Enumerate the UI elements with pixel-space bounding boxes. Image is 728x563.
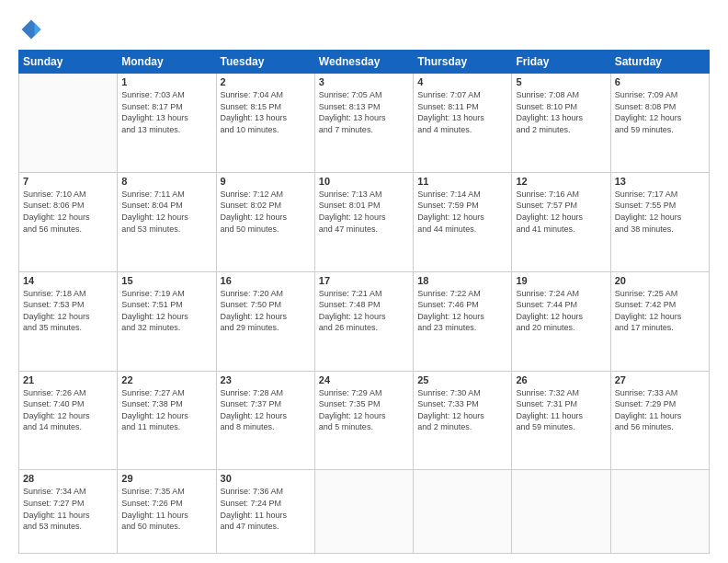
logo-icon xyxy=(18,17,44,42)
day-number: 30 xyxy=(221,473,311,484)
day-cell: 28Sunrise: 7:34 AMSunset: 7:27 PMDayligh… xyxy=(19,470,118,554)
day-info: Sunrise: 7:18 AMSunset: 7:53 PMDaylight:… xyxy=(23,288,113,334)
header-row: SundayMondayTuesdayWednesdayThursdayFrid… xyxy=(19,51,710,74)
day-cell: 14Sunrise: 7:18 AMSunset: 7:53 PMDayligh… xyxy=(19,271,118,371)
day-cell: 13Sunrise: 7:17 AMSunset: 7:55 PMDayligh… xyxy=(610,172,709,271)
day-info: Sunrise: 7:32 AMSunset: 7:31 PMDaylight:… xyxy=(516,387,606,433)
day-cell: 29Sunrise: 7:35 AMSunset: 7:26 PMDayligh… xyxy=(118,470,216,554)
day-info: Sunrise: 7:17 AMSunset: 7:55 PMDaylight:… xyxy=(615,189,705,235)
day-info: Sunrise: 7:28 AMSunset: 7:37 PMDaylight:… xyxy=(221,387,311,433)
week-row-3: 21Sunrise: 7:26 AMSunset: 7:40 PMDayligh… xyxy=(19,371,710,470)
day-number: 8 xyxy=(121,176,211,187)
day-cell: 20Sunrise: 7:25 AMSunset: 7:42 PMDayligh… xyxy=(610,271,709,371)
day-cell xyxy=(19,74,118,173)
day-info: Sunrise: 7:04 AMSunset: 8:15 PMDaylight:… xyxy=(221,89,311,135)
day-number: 28 xyxy=(23,473,113,484)
day-number: 6 xyxy=(615,76,705,87)
calendar-table: SundayMondayTuesdayWednesdayThursdayFrid… xyxy=(18,50,710,554)
day-cell: 4Sunrise: 7:07 AMSunset: 8:11 PMDaylight… xyxy=(414,74,512,173)
logo xyxy=(18,17,48,42)
header-cell-saturday: Saturday xyxy=(610,51,709,74)
day-number: 10 xyxy=(319,176,409,187)
header-cell-tuesday: Tuesday xyxy=(216,51,314,74)
day-cell: 15Sunrise: 7:19 AMSunset: 7:51 PMDayligh… xyxy=(118,271,216,371)
day-cell: 19Sunrise: 7:24 AMSunset: 7:44 PMDayligh… xyxy=(512,271,610,371)
day-number: 29 xyxy=(121,473,211,484)
week-row-0: 1Sunrise: 7:03 AMSunset: 8:17 PMDaylight… xyxy=(19,74,710,173)
day-cell: 27Sunrise: 7:33 AMSunset: 7:29 PMDayligh… xyxy=(610,371,709,470)
header-cell-sunday: Sunday xyxy=(19,51,118,74)
day-number: 16 xyxy=(221,275,311,286)
calendar-header: SundayMondayTuesdayWednesdayThursdayFrid… xyxy=(19,51,710,74)
day-info: Sunrise: 7:13 AMSunset: 8:01 PMDaylight:… xyxy=(319,189,409,235)
day-number: 24 xyxy=(319,374,409,385)
day-number: 13 xyxy=(615,176,705,187)
day-info: Sunrise: 7:16 AMSunset: 7:57 PMDaylight:… xyxy=(516,189,606,235)
day-info: Sunrise: 7:05 AMSunset: 8:13 PMDaylight:… xyxy=(319,89,409,135)
day-cell xyxy=(414,470,512,554)
page: SundayMondayTuesdayWednesdayThursdayFrid… xyxy=(0,0,728,563)
week-row-2: 14Sunrise: 7:18 AMSunset: 7:53 PMDayligh… xyxy=(19,271,710,371)
day-cell xyxy=(610,470,709,554)
day-info: Sunrise: 7:19 AMSunset: 7:51 PMDaylight:… xyxy=(121,288,211,334)
day-cell xyxy=(512,470,610,554)
day-number: 7 xyxy=(23,176,113,187)
day-cell: 2Sunrise: 7:04 AMSunset: 8:15 PMDaylight… xyxy=(216,74,314,173)
day-info: Sunrise: 7:11 AMSunset: 8:04 PMDaylight:… xyxy=(121,189,211,235)
day-info: Sunrise: 7:35 AMSunset: 7:26 PMDaylight:… xyxy=(121,486,211,532)
week-row-1: 7Sunrise: 7:10 AMSunset: 8:06 PMDaylight… xyxy=(19,172,710,271)
day-cell: 22Sunrise: 7:27 AMSunset: 7:38 PMDayligh… xyxy=(118,371,216,470)
day-number: 18 xyxy=(417,275,507,286)
day-cell: 1Sunrise: 7:03 AMSunset: 8:17 PMDaylight… xyxy=(118,74,216,173)
day-cell: 25Sunrise: 7:30 AMSunset: 7:33 PMDayligh… xyxy=(414,371,512,470)
header-cell-friday: Friday xyxy=(512,51,610,74)
day-info: Sunrise: 7:33 AMSunset: 7:29 PMDaylight:… xyxy=(615,387,705,433)
day-info: Sunrise: 7:34 AMSunset: 7:27 PMDaylight:… xyxy=(23,486,113,532)
day-number: 19 xyxy=(516,275,606,286)
header-cell-monday: Monday xyxy=(118,51,216,74)
day-info: Sunrise: 7:09 AMSunset: 8:08 PMDaylight:… xyxy=(615,89,705,135)
day-number: 9 xyxy=(221,176,311,187)
day-cell: 12Sunrise: 7:16 AMSunset: 7:57 PMDayligh… xyxy=(512,172,610,271)
day-number: 14 xyxy=(23,275,113,286)
day-number: 15 xyxy=(121,275,211,286)
day-info: Sunrise: 7:12 AMSunset: 8:02 PMDaylight:… xyxy=(221,189,311,235)
week-row-4: 28Sunrise: 7:34 AMSunset: 7:27 PMDayligh… xyxy=(19,470,710,554)
day-number: 20 xyxy=(615,275,705,286)
day-number: 12 xyxy=(516,176,606,187)
day-number: 26 xyxy=(516,374,606,385)
day-cell: 21Sunrise: 7:26 AMSunset: 7:40 PMDayligh… xyxy=(19,371,118,470)
day-cell: 3Sunrise: 7:05 AMSunset: 8:13 PMDaylight… xyxy=(314,74,413,173)
calendar-body: 1Sunrise: 7:03 AMSunset: 8:17 PMDaylight… xyxy=(19,74,710,554)
day-info: Sunrise: 7:10 AMSunset: 8:06 PMDaylight:… xyxy=(23,189,113,235)
day-cell: 30Sunrise: 7:36 AMSunset: 7:24 PMDayligh… xyxy=(216,470,314,554)
day-cell: 11Sunrise: 7:14 AMSunset: 7:59 PMDayligh… xyxy=(414,172,512,271)
day-cell: 6Sunrise: 7:09 AMSunset: 8:08 PMDaylight… xyxy=(610,74,709,173)
day-info: Sunrise: 7:36 AMSunset: 7:24 PMDaylight:… xyxy=(221,486,311,532)
day-cell: 17Sunrise: 7:21 AMSunset: 7:48 PMDayligh… xyxy=(314,271,413,371)
day-number: 4 xyxy=(417,76,507,87)
day-cell: 18Sunrise: 7:22 AMSunset: 7:46 PMDayligh… xyxy=(414,271,512,371)
day-info: Sunrise: 7:14 AMSunset: 7:59 PMDaylight:… xyxy=(417,189,507,235)
day-number: 21 xyxy=(23,374,113,385)
day-cell: 8Sunrise: 7:11 AMSunset: 8:04 PMDaylight… xyxy=(118,172,216,271)
day-number: 23 xyxy=(221,374,311,385)
day-number: 25 xyxy=(417,374,507,385)
day-info: Sunrise: 7:27 AMSunset: 7:38 PMDaylight:… xyxy=(121,387,211,433)
day-cell: 24Sunrise: 7:29 AMSunset: 7:35 PMDayligh… xyxy=(314,371,413,470)
day-cell: 26Sunrise: 7:32 AMSunset: 7:31 PMDayligh… xyxy=(512,371,610,470)
header xyxy=(18,17,710,42)
day-number: 2 xyxy=(221,76,311,87)
day-number: 3 xyxy=(319,76,409,87)
day-number: 27 xyxy=(615,374,705,385)
day-cell: 10Sunrise: 7:13 AMSunset: 8:01 PMDayligh… xyxy=(314,172,413,271)
day-number: 11 xyxy=(417,176,507,187)
day-info: Sunrise: 7:24 AMSunset: 7:44 PMDaylight:… xyxy=(516,288,606,334)
day-info: Sunrise: 7:03 AMSunset: 8:17 PMDaylight:… xyxy=(121,89,211,135)
day-number: 1 xyxy=(121,76,211,87)
day-info: Sunrise: 7:26 AMSunset: 7:40 PMDaylight:… xyxy=(23,387,113,433)
day-cell xyxy=(314,470,413,554)
day-cell: 9Sunrise: 7:12 AMSunset: 8:02 PMDaylight… xyxy=(216,172,314,271)
day-info: Sunrise: 7:30 AMSunset: 7:33 PMDaylight:… xyxy=(417,387,507,433)
day-number: 5 xyxy=(516,76,606,87)
